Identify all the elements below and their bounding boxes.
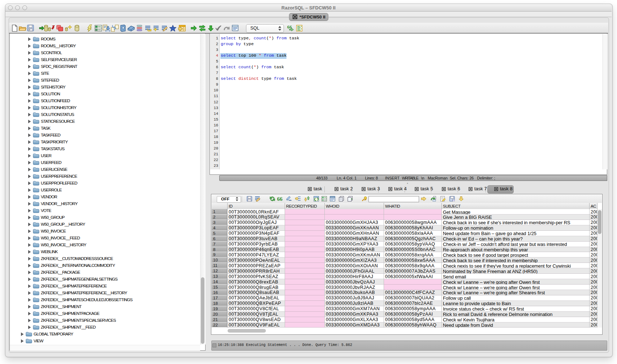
svg-text:66: 66 xyxy=(277,196,283,201)
